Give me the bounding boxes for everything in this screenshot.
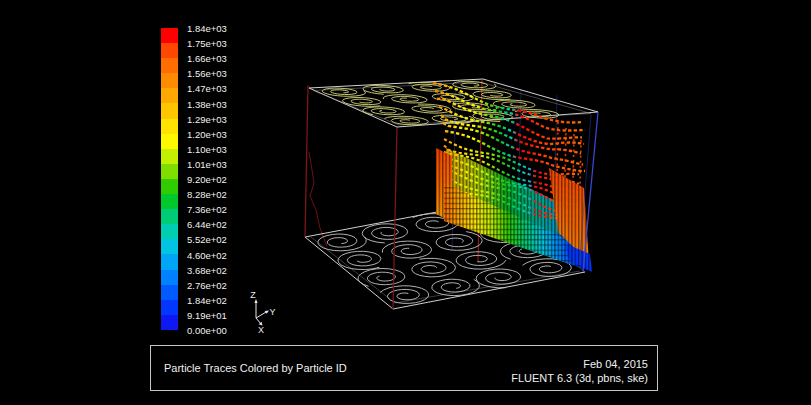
left-vertical-edge <box>305 86 308 238</box>
tube-spiral <box>456 252 506 269</box>
particle-trace-tick <box>565 128 566 180</box>
y-axis-label: Y <box>270 307 276 317</box>
tube-spiral <box>412 258 456 277</box>
tube-spiral <box>453 81 496 89</box>
tube-spiral <box>493 100 535 108</box>
solver-text: FLUENT 6.3 (3d, pbns, ske) <box>511 372 648 386</box>
tube-spiral <box>380 286 429 304</box>
tube-spiral <box>322 88 365 96</box>
date-text: Feb 04, 2015 <box>511 358 648 372</box>
tube-spiral <box>383 95 427 103</box>
tube-spiral <box>363 107 405 115</box>
tube-spiral <box>436 232 482 251</box>
tube-spiral <box>338 251 381 269</box>
z-axis-label: Z <box>250 290 256 300</box>
y-axis-line <box>256 312 267 319</box>
tube-spiral <box>363 85 403 94</box>
tube-spiral <box>473 91 511 100</box>
tube-spiral <box>362 224 407 243</box>
x-axis-label: X <box>258 325 264 335</box>
left-wall-trace <box>309 152 327 247</box>
tube-spiral <box>382 241 431 258</box>
box-front-edges <box>305 86 397 310</box>
tube-spiral <box>432 279 479 295</box>
axis-triad: Z Y X <box>250 290 275 335</box>
particle-traces <box>433 83 592 272</box>
fluent-graphics-window: 1.84e+031.75e+031.66e+031.56e+031.47e+03… <box>0 0 811 405</box>
particle-trace-tick <box>580 140 581 188</box>
tube-spiral <box>358 269 405 287</box>
front-vertical-edge <box>393 127 397 309</box>
caption-box: Particle Traces Colored by Particle ID F… <box>150 345 658 391</box>
caption-text: Particle Traces Colored by Particle ID <box>164 346 347 390</box>
solver-stamp: Feb 04, 2015 FLUENT 6.3 (3d, pbns, ske) <box>511 358 648 385</box>
